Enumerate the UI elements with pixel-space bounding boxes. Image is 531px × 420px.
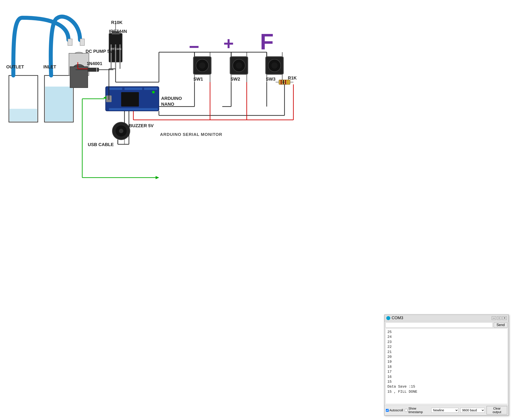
svg-rect-23	[125, 88, 142, 90]
svg-rect-27	[121, 92, 139, 106]
svg-rect-3	[45, 87, 73, 121]
svg-rect-9	[80, 39, 84, 45]
arduino-serial-monitor-label: ARDUINO SERIAL MONITOR	[160, 132, 222, 137]
serial-output-line: 24	[387, 334, 506, 339]
serial-output-line: 25	[387, 330, 506, 334]
serial-output-line: 21	[387, 350, 506, 355]
dc-pump-label: DC PUMP 5V	[86, 49, 113, 54]
outlet-label: OUTLET	[6, 64, 24, 70]
arduino-nano-label: ARDUINONANO	[161, 95, 182, 107]
show-timestamp-label[interactable]: Show timestamp	[405, 407, 429, 414]
show-timestamp-checkbox[interactable]	[405, 409, 408, 412]
svg-rect-1	[10, 109, 37, 121]
serial-output-line: 15 , FILL DONE	[387, 389, 506, 394]
serial-output: 2524232221201918171615Data Save :1515 , …	[386, 329, 508, 404]
r1k-label: R1K	[288, 75, 297, 81]
send-button[interactable]: Send	[494, 322, 508, 328]
sw3-label: SW3	[266, 76, 275, 82]
svg-point-37	[199, 62, 205, 69]
svg-point-51	[271, 62, 278, 69]
clear-output-button[interactable]: Clear output	[486, 406, 507, 414]
plus-symbol: +	[223, 33, 234, 54]
irfz44n-label: IRFZ44N	[109, 29, 127, 34]
close-button[interactable]: ✕	[502, 316, 507, 320]
com-port-title: COM3	[392, 316, 403, 320]
svg-point-44	[236, 62, 242, 69]
show-timestamp-text: Show timestamp	[408, 407, 429, 414]
minimize-button[interactable]: —	[492, 316, 496, 320]
f-symbol: F	[260, 29, 274, 54]
serial-footer: Autoscroll Show timestamp No line ending…	[385, 405, 509, 415]
autoscroll-checkbox[interactable]	[386, 409, 389, 412]
serial-output-line: 20	[387, 355, 506, 360]
usb-cable-label: USB CABLE	[88, 142, 114, 147]
svg-rect-8	[68, 39, 72, 45]
serial-input-row: Send	[385, 321, 509, 329]
serial-monitor-title: COM3	[386, 316, 403, 320]
serial-input[interactable]	[386, 322, 493, 328]
svg-rect-17	[88, 68, 99, 72]
serial-output-line: 19	[387, 360, 506, 364]
sw1-label: SW1	[193, 76, 203, 82]
svg-point-28	[152, 91, 155, 93]
serial-output-line: 15	[387, 379, 506, 384]
svg-rect-22	[109, 88, 122, 90]
serial-monitor-window: COM3 — □ ✕ Send 2524232221201918171615Da…	[384, 315, 509, 416]
serial-monitor-title-bar: COM3 — □ ✕	[385, 315, 509, 321]
serial-output-line: Data Save :15	[387, 384, 506, 389]
newline-select[interactable]: No line endingNewlineCarriage returnBoth…	[431, 408, 459, 413]
r10k-label: R10K	[111, 20, 122, 25]
diode-label: 1N4001	[87, 61, 102, 66]
autoscroll-text: Autoscroll	[389, 408, 403, 412]
window-controls: — □ ✕	[492, 316, 507, 320]
title-dot-icon	[386, 316, 390, 320]
buzzer-label: BUZZER 5V	[129, 123, 154, 128]
baud-select[interactable]: 300 baud1200 baud2400 baud4800 baud9600 …	[460, 408, 485, 413]
svg-rect-25	[109, 108, 158, 110]
svg-marker-92	[156, 176, 159, 179]
serial-output-line: 18	[387, 364, 506, 369]
autoscroll-label[interactable]: Autoscroll	[386, 408, 403, 412]
serial-output-line: 16	[387, 375, 506, 379]
sw2-label: SW2	[230, 76, 240, 82]
minus-symbol: −	[189, 37, 199, 57]
inlet-label: INLET	[43, 64, 56, 70]
restore-button[interactable]: □	[497, 316, 501, 320]
serial-output-line: 22	[387, 345, 506, 349]
svg-rect-24	[144, 88, 157, 90]
serial-output-line: 17	[387, 369, 506, 374]
serial-output-line: 23	[387, 340, 506, 345]
main-canvas: IRFZ44N	[0, 0, 531, 420]
svg-point-32	[119, 129, 123, 133]
